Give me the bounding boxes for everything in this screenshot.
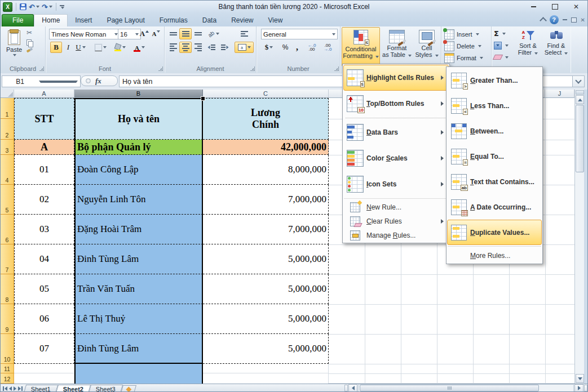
scroll-left-button[interactable] xyxy=(348,384,357,392)
cell-C10[interactable]: 5,000,000 xyxy=(203,334,329,364)
help-icon[interactable]: ? xyxy=(550,15,559,24)
sheet-tab-sheet3[interactable]: Sheet3 xyxy=(89,385,123,392)
middle-align-button[interactable] xyxy=(179,28,192,39)
menu-item-highlight-cells-rules[interactable]: ≤ Highlight Cells Rules xyxy=(343,65,449,91)
format-cells-button[interactable]: Format xyxy=(444,52,483,63)
cell-A5[interactable]: 02 xyxy=(14,185,74,215)
fill-color-button[interactable] xyxy=(111,42,129,53)
fill-handle[interactable] xyxy=(201,96,205,101)
workbook-minimize-icon[interactable] xyxy=(563,19,567,20)
number-dialog-launcher-icon[interactable] xyxy=(334,66,339,71)
tab-insert[interactable]: Insert xyxy=(68,15,99,26)
font-dialog-launcher-icon[interactable] xyxy=(158,66,163,71)
center-button[interactable] xyxy=(179,42,192,53)
scroll-right-button[interactable] xyxy=(574,384,583,392)
scroll-down-button[interactable] xyxy=(576,374,584,383)
fill-button[interactable] xyxy=(494,40,509,51)
menu-item-icon-sets[interactable]: Icon Sets xyxy=(343,171,449,197)
submenu-item-more-rules[interactable]: More Rules... xyxy=(447,248,542,263)
format-painter-icon[interactable] xyxy=(26,48,33,53)
row-header-5[interactable]: 5 xyxy=(1,185,14,215)
insert-cells-button[interactable]: Insert xyxy=(444,29,479,39)
underline-button[interactable]: U xyxy=(73,42,89,53)
insert-function-icon[interactable]: fx xyxy=(95,77,101,86)
decrease-indent-button[interactable] xyxy=(205,42,218,53)
expand-formula-bar-button[interactable] xyxy=(572,75,585,87)
maximize-button[interactable] xyxy=(547,2,563,11)
font-size-combo[interactable]: 16 xyxy=(118,29,141,39)
increase-indent-button[interactable] xyxy=(219,42,231,53)
vertical-scrollbar[interactable] xyxy=(574,90,584,384)
submenu-item-between[interactable]: Between... xyxy=(447,118,542,144)
paste-button[interactable]: Paste xyxy=(2,28,26,57)
font-name-combo[interactable]: Times New Roman xyxy=(49,29,120,39)
minimize-ribbon-icon[interactable] xyxy=(540,17,547,24)
cell-C3[interactable]: 42,000,000 xyxy=(203,140,329,155)
tab-split-handle[interactable] xyxy=(344,385,348,391)
column-header-A[interactable]: A xyxy=(14,90,74,98)
cell-A7[interactable]: 04 xyxy=(14,244,74,274)
cell-B9[interactable]: Lê Thị Thuỷ xyxy=(74,304,203,334)
cell-A8[interactable]: 05 xyxy=(14,274,74,304)
cell-B3[interactable]: Bộ phận Quản lý xyxy=(74,140,203,155)
row-header-1[interactable]: 1 xyxy=(1,98,14,119)
cell-A4[interactable]: 01 xyxy=(14,155,74,185)
top-align-button[interactable] xyxy=(167,28,179,39)
workbook-restore-icon[interactable] xyxy=(571,17,577,23)
align-left-button[interactable] xyxy=(167,42,179,53)
row-header-2[interactable]: 2 xyxy=(1,119,14,140)
scroll-up-button[interactable] xyxy=(576,95,584,104)
tab-review[interactable]: Review xyxy=(224,15,260,26)
cell-A10[interactable]: 07 xyxy=(14,334,74,364)
increase-decimal-button[interactable]: ←.0.00 xyxy=(304,42,320,53)
wrap-text-button[interactable] xyxy=(237,28,251,39)
tab-home[interactable]: Home xyxy=(34,14,68,26)
find-select-button[interactable]: Find &Select xyxy=(542,27,570,66)
row-header-3[interactable]: 3 xyxy=(1,140,14,155)
cell-B12[interactable] xyxy=(74,373,203,384)
cell-B8[interactable]: Trần Văn Tuấn xyxy=(74,274,203,304)
row-header-9[interactable]: 9 xyxy=(1,304,14,334)
excel-logo-icon[interactable]: X xyxy=(3,2,12,12)
submenu-item-a-date-occurring[interactable]: A Date Occurring... xyxy=(447,194,542,220)
column-header-C[interactable]: C xyxy=(203,90,329,98)
tab-file[interactable]: File xyxy=(2,14,34,26)
row-header-11[interactable]: 11 xyxy=(1,364,14,373)
sheet-tab-sheet1[interactable]: Sheet1 xyxy=(24,385,58,392)
menu-item-clear-rules[interactable]: Clear Rules xyxy=(343,214,449,228)
minimize-button[interactable] xyxy=(525,2,541,11)
cell-C1-Luong-Chinh[interactable]: LươngChính xyxy=(203,98,329,140)
customize-qat-button[interactable] xyxy=(60,5,64,9)
menu-item-manage-rules[interactable]: Manage Rules... xyxy=(343,228,449,242)
last-sheet-button[interactable] xyxy=(18,386,23,391)
cell-A9[interactable]: 06 xyxy=(14,304,74,334)
shrink-font-button[interactable]: A xyxy=(151,28,162,39)
redo-button[interactable]: ↷ xyxy=(42,3,52,11)
tab-view[interactable]: View xyxy=(261,15,290,26)
cell-C9[interactable]: 5,000,000 xyxy=(203,304,329,334)
cell-C5[interactable]: 7,000,000 xyxy=(203,185,329,215)
menu-item-top-bottom-rules[interactable]: 10 Top/Bottom Rules xyxy=(343,91,449,117)
cell-C4[interactable]: 8,000,000 xyxy=(203,155,329,185)
menu-item-color-scales[interactable]: Color Scales xyxy=(343,145,449,171)
format-as-table-button[interactable]: Formatas Table xyxy=(381,27,413,66)
grow-font-button[interactable]: A xyxy=(139,28,150,39)
submenu-item-greater-than[interactable]: > Greater Than... xyxy=(447,68,542,93)
tab-formulas[interactable]: Formulas xyxy=(152,15,195,26)
row-header-7[interactable]: 7 xyxy=(1,244,14,274)
row-header-4[interactable]: 4 xyxy=(1,155,14,185)
delete-cells-button[interactable]: Delete xyxy=(444,41,481,51)
comma-style-button[interactable]: , xyxy=(291,42,303,53)
next-sheet-button[interactable] xyxy=(14,386,16,391)
cell-B7[interactable]: Đinh Tùng Lâm xyxy=(74,244,203,274)
cell-B6[interactable]: Đặng Hoài Trâm xyxy=(74,215,203,244)
cell-A3[interactable]: A xyxy=(14,140,74,155)
sort-filter-button[interactable]: AZ Sort &Filter xyxy=(514,27,542,66)
row-header-12[interactable]: 12 xyxy=(1,373,14,384)
alignment-dialog-launcher-icon[interactable] xyxy=(250,66,255,71)
menu-item-new-rule[interactable]: New Rule... xyxy=(343,200,449,214)
undo-button[interactable]: ↶ xyxy=(29,3,39,11)
decrease-decimal-button[interactable]: .00→.0 xyxy=(320,42,335,53)
cell-C12[interactable] xyxy=(203,373,329,384)
accounting-format-button[interactable]: $ xyxy=(261,42,277,53)
